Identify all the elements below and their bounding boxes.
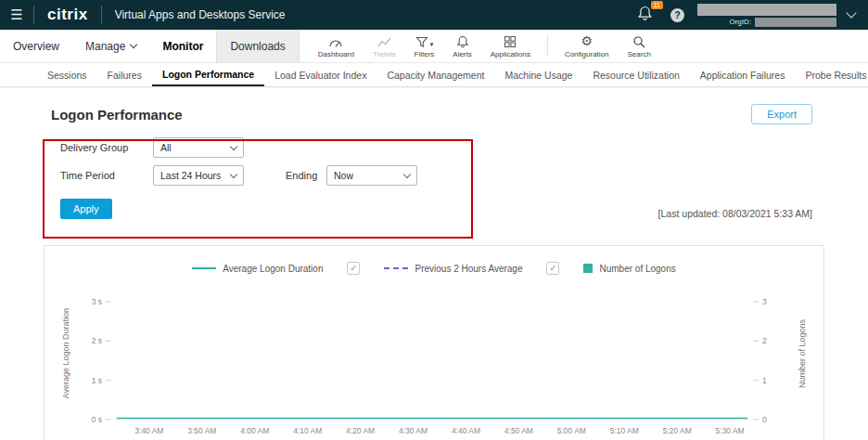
legend-label: Number of Logons — [599, 264, 675, 274]
tool-filters[interactable]: ▾ Filters — [405, 30, 444, 62]
search-icon — [632, 34, 645, 48]
nav-item-monitor[interactable]: Monitor — [149, 30, 216, 62]
nav-label: Downloads — [230, 40, 285, 53]
org-id-label: OrgID: — [729, 18, 751, 26]
tool-dashboard[interactable]: Dashboard — [309, 30, 364, 62]
notifications-button[interactable]: 11 — [637, 5, 661, 25]
nav-label: Monitor — [162, 40, 203, 53]
org-id-row: OrgID: — [697, 18, 836, 27]
right-axis-title: Number of Logons — [798, 285, 807, 422]
subnav-item-logon-performance[interactable]: Logon Performance — [152, 63, 264, 86]
svg-text:4:10 AM: 4:10 AM — [293, 426, 322, 435]
legend-label: Previous 2 Hours Average — [415, 264, 522, 274]
hamburger-menu-icon[interactable]: ☰ — [0, 6, 33, 23]
time-period-value: Last 24 Hours — [160, 170, 221, 181]
logon-performance-chart: Average Logon Duration Number of Logons … — [59, 285, 809, 440]
svg-text:2: 2 — [762, 336, 767, 345]
chart-legend: Average Logon Duration ✓ Previous 2 Hour… — [59, 257, 809, 279]
chevron-down-icon[interactable] — [846, 7, 856, 18]
svg-text:4:30 AM: 4:30 AM — [399, 426, 428, 435]
redacted-account-name — [697, 4, 836, 16]
subnav-item-application-failures[interactable]: Application Failures — [690, 63, 796, 86]
svg-text:5:30 AM: 5:30 AM — [716, 426, 745, 435]
svg-text:1 s: 1 s — [92, 376, 102, 385]
teal-square-swatch — [583, 264, 593, 273]
tool-search[interactable]: Search — [618, 30, 659, 62]
ending-value: Now — [334, 170, 353, 181]
nav-label: Manage — [85, 40, 125, 53]
legend-checkbox-average-logon-duration[interactable]: ✓ — [347, 262, 360, 275]
left-axis-title: Average Logon Duration — [61, 285, 70, 422]
svg-text:4:20 AM: 4:20 AM — [346, 426, 375, 435]
help-icon[interactable]: ? — [670, 8, 684, 22]
svg-text:0 s: 0 s — [92, 415, 102, 424]
applications-grid-icon — [504, 34, 517, 48]
legend-item-average-logon-duration: Average Logon Duration — [192, 264, 323, 274]
tool-alerts[interactable]: Alerts — [443, 30, 480, 62]
nav-item-downloads[interactable]: Downloads — [216, 30, 299, 62]
delivery-group-select[interactable]: All — [153, 137, 244, 158]
delivery-group-row: Delivery Group All — [60, 134, 824, 162]
svg-text:3 s: 3 s — [92, 297, 102, 306]
svg-text:3: 3 — [762, 297, 767, 306]
gear-icon: ⚙ — [581, 34, 593, 48]
dashboard-icon — [328, 34, 343, 48]
app-title: Virtual Apps and Desktops Service — [102, 8, 299, 21]
svg-text:5:00 AM: 5:00 AM — [557, 426, 586, 435]
content: Logon Performance Export Delivery Group … — [0, 87, 868, 440]
check-icon: ✓ — [549, 264, 556, 273]
org-selector[interactable]: OrgID: — [697, 4, 836, 27]
delivery-group-label: Delivery Group — [60, 142, 153, 153]
svg-text:1: 1 — [762, 376, 767, 385]
subnav-item-load-evaluator-index[interactable]: Load Evaluator Index — [264, 63, 377, 86]
nav-label: Overview — [13, 40, 59, 53]
tool-applications[interactable]: Applications — [481, 30, 540, 62]
svg-text:4:40 AM: 4:40 AM — [452, 426, 480, 435]
nav-item-manage[interactable]: Manage — [72, 30, 149, 62]
divider — [547, 35, 548, 57]
nav-item-overview[interactable]: Overview — [0, 30, 72, 62]
chart-plot: 0 s01 s12 s23 s33:40 AM3:50 AM4:00 AM4:1… — [59, 285, 809, 440]
chevron-down-icon: ▾ — [430, 41, 434, 48]
subnav-item-resource-utilization[interactable]: Resource Utilization — [582, 63, 689, 86]
notification-badge: 11 — [651, 1, 663, 9]
filters-icon: ▾ — [415, 34, 434, 48]
chart-card: Average Logon Duration ✓ Previous 2 Hour… — [44, 245, 824, 440]
time-period-select[interactable]: Last 24 Hours — [153, 165, 244, 186]
svg-text:3:40 AM: 3:40 AM — [134, 426, 163, 435]
ending-select[interactable]: Now — [326, 165, 417, 186]
ending-label: Ending — [286, 170, 326, 181]
svg-text:5:10 AM: 5:10 AM — [610, 426, 639, 435]
svg-text:0: 0 — [762, 415, 767, 424]
svg-text:4:50 AM: 4:50 AM — [504, 426, 533, 435]
legend-item-number-of-logons: Number of Logons — [583, 264, 675, 274]
subnav-item-probe-results[interactable]: Probe Results — [795, 63, 868, 86]
subnav-item-machine-usage[interactable]: Machine Usage — [494, 63, 582, 86]
page-title: Logon Performance — [51, 107, 183, 123]
chevron-down-icon — [403, 170, 411, 177]
time-period-label: Time Period — [60, 170, 153, 181]
apply-button[interactable]: Apply — [60, 199, 112, 219]
svg-text:5:20 AM: 5:20 AM — [663, 426, 692, 435]
purple-dashed-line-swatch — [384, 267, 408, 269]
legend-label: Average Logon Duration — [223, 264, 323, 274]
chevron-down-icon — [230, 170, 237, 177]
tool-configuration[interactable]: ⚙ Configuration — [555, 30, 619, 62]
delivery-group-value: All — [160, 142, 172, 153]
redacted-org-id — [755, 18, 836, 27]
legend-item-previous-2-hours-average: Previous 2 Hours Average — [384, 264, 522, 274]
legend-checkbox-previous-2-hours-average[interactable]: ✓ — [546, 262, 559, 275]
svg-text:4:00 AM: 4:00 AM — [240, 426, 269, 435]
filter-section: Delivery Group All Time Period Last 24 H… — [44, 134, 824, 243]
export-button[interactable]: Export — [751, 104, 812, 124]
alerts-bell-icon — [456, 34, 469, 48]
trends-icon — [377, 34, 391, 48]
tool-trends[interactable]: Trends — [364, 30, 405, 62]
subnav-item-capacity-management[interactable]: Capacity Management — [377, 63, 494, 86]
subnav-item-sessions[interactable]: Sessions — [37, 63, 97, 86]
svg-text:3:50 AM: 3:50 AM — [187, 426, 216, 435]
top-bar: ☰ citrix Virtual Apps and Desktops Servi… — [0, 0, 868, 30]
citrix-logo: citrix — [34, 6, 101, 24]
title-row: Logon Performance Export — [44, 87, 824, 134]
subnav-item-failures[interactable]: Failures — [97, 63, 152, 86]
